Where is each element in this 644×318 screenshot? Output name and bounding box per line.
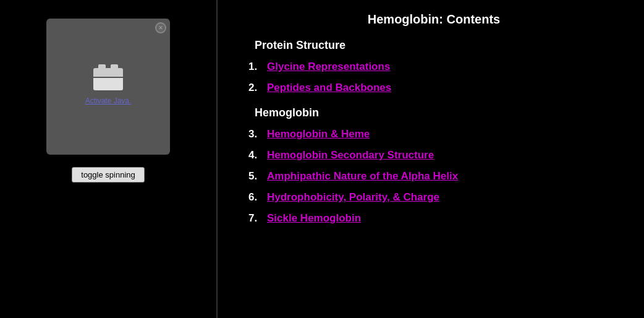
close-icon: × — [158, 24, 163, 32]
list-item: 2. Peptides and Backbones — [248, 82, 619, 94]
activate-java-link[interactable]: Activate Java. — [85, 97, 132, 105]
hemoglobin-heme-link[interactable]: Hemoglobin & Heme — [267, 128, 370, 140]
protein-structure-list: 1. Glycine Representations 2. Peptides a… — [248, 61, 619, 94]
section-heading-protein-structure: Protein Structure — [255, 39, 619, 52]
list-item: 6. Hydrophobicity, Polarity, & Charge — [248, 191, 619, 204]
right-panel: Hemoglobin: Contents Protein Structure 1… — [218, 0, 644, 318]
item-number: 1. — [248, 61, 263, 73]
amphipathic-nature-link[interactable]: Amphipathic Nature of the Alpha Helix — [267, 170, 458, 183]
list-item: 5. Amphipathic Nature of the Alpha Helix — [248, 170, 619, 183]
item-number: 5. — [248, 170, 263, 183]
item-number: 3. — [248, 128, 263, 140]
list-item: 1. Glycine Representations — [248, 61, 619, 73]
page-title: Hemoglobin: Contents — [248, 12, 619, 27]
item-number: 4. — [248, 149, 263, 161]
list-item: 4. Hemoglobin Secondary Structure — [248, 149, 619, 161]
item-number: 6. — [248, 191, 263, 204]
item-number: 7. — [248, 212, 263, 225]
list-item: 3. Hemoglobin & Heme — [248, 128, 619, 140]
peptides-backbones-link[interactable]: Peptides and Backbones — [267, 82, 391, 94]
hemoglobin-secondary-structure-link[interactable]: Hemoglobin Secondary Structure — [267, 149, 434, 161]
glycine-representations-link[interactable]: Glycine Representations — [267, 61, 390, 73]
plugin-icon-bottom — [93, 78, 123, 90]
toggle-spinning-button[interactable]: toggle spinning — [72, 167, 144, 183]
left-panel: × Activate Java. toggle spinning — [0, 0, 216, 318]
sickle-hemoglobin-link[interactable]: Sickle Hemoglobin — [267, 212, 361, 225]
plugin-icon-top — [93, 68, 123, 77]
close-button[interactable]: × — [155, 22, 166, 33]
section-heading-hemoglobin: Hemoglobin — [255, 106, 619, 119]
hemoglobin-list: 3. Hemoglobin & Heme 4. Hemoglobin Secon… — [248, 128, 619, 225]
java-plugin-box: × Activate Java. — [46, 19, 170, 155]
item-number: 2. — [248, 82, 263, 94]
list-item: 7. Sickle Hemoglobin — [248, 212, 619, 225]
hydrophobicity-link[interactable]: Hydrophobicity, Polarity, & Charge — [267, 191, 439, 204]
plugin-icon — [93, 68, 123, 90]
